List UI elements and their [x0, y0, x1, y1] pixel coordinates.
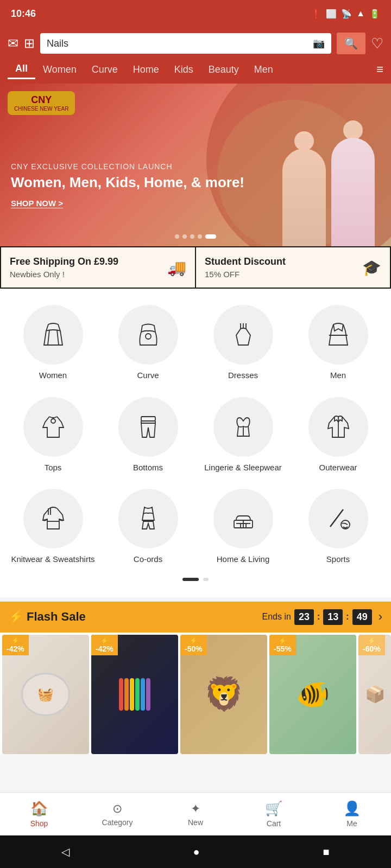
bottom-nav: 🏠 Shop ⊙ Category ✦ New 🛒 Cart 👤 Me: [0, 792, 391, 835]
timer-sep-2: :: [346, 612, 349, 622]
wishlist-icon[interactable]: ♡: [371, 35, 383, 52]
category-bottoms[interactable]: Bottoms: [100, 392, 195, 478]
cny-badge-sub: CHINESE NEW YEAR: [14, 106, 68, 112]
flash-sale-arrow[interactable]: ›: [379, 610, 382, 624]
timer-hours: 23: [294, 609, 314, 625]
nav-tab-men[interactable]: Men: [247, 61, 281, 79]
flash-item-5[interactable]: 📦 ⚡ -60%: [358, 635, 391, 754]
flash-item-1[interactable]: 🧺 ⚡ -42%: [2, 635, 89, 754]
search-button[interactable]: 🔍: [337, 33, 365, 54]
category-men[interactable]: Men: [291, 299, 386, 386]
category-dresses[interactable]: Dresses: [195, 299, 291, 386]
category-lingerie[interactable]: Lingerie & Sleepwear: [195, 392, 291, 478]
flash-discount-5: ⚡ -60%: [358, 635, 385, 655]
category-tops-label: Tops: [45, 462, 62, 473]
nav-tab-kids[interactable]: Kids: [167, 61, 201, 79]
flash-item-3[interactable]: 🦁 ⚡ -50%: [180, 635, 267, 754]
hero-dot-3: [190, 234, 194, 239]
category-women[interactable]: Women: [5, 299, 100, 386]
nav-tab-curve[interactable]: Curve: [84, 61, 125, 79]
category-home[interactable]: Home & Living: [195, 483, 291, 570]
status-time: 10:46: [11, 8, 36, 20]
promo-shipping-title: Free Shipping On £9.99: [10, 256, 118, 267]
category-curve-label: Curve: [137, 370, 159, 381]
search-input-text[interactable]: Nails: [47, 38, 308, 49]
flash-discount-3: ⚡ -50%: [180, 635, 207, 655]
nav-tab-home[interactable]: Home: [125, 61, 167, 79]
nav-shop[interactable]: 🏠 Shop: [0, 793, 78, 835]
flash-icon: ⚡: [9, 610, 23, 624]
flash-item-2[interactable]: ⚡ -42%: [91, 635, 178, 754]
cny-badge: CNY CHINESE NEW YEAR: [8, 91, 75, 115]
nav-tab-all[interactable]: All: [8, 60, 35, 79]
svg-point-0: [146, 334, 151, 339]
grid-icon[interactable]: ⊞: [24, 36, 35, 51]
timer-seconds: 49: [352, 609, 372, 625]
timer-sep-1: :: [317, 612, 320, 622]
cny-badge-text: CNY: [31, 94, 52, 106]
flash-discount-4: ⚡ -55%: [269, 635, 296, 655]
back-button[interactable]: ◁: [61, 845, 70, 858]
mail-icon[interactable]: ✉: [8, 36, 18, 51]
category-outerwear-label: Outerwear: [319, 462, 357, 473]
nav-new[interactable]: ✦ New: [156, 793, 235, 835]
hero-dots: [175, 234, 216, 239]
chat-icon: ⬜: [326, 9, 337, 19]
timer-minutes: 13: [323, 609, 343, 625]
nav-cart-label: Cart: [267, 819, 281, 828]
hero-dot-5: [205, 234, 216, 239]
category-coords-label: Co-ords: [134, 554, 162, 565]
search-bar: Nails 📷: [40, 33, 331, 54]
nav-me[interactable]: 👤 Me: [313, 793, 391, 835]
status-icons: ❗ ⬜ 📡 ▲ 🔋: [311, 9, 380, 19]
hero-banner: CNY CHINESE NEW YEAR CNY EXCLUSIVE COLLE…: [0, 84, 391, 246]
hero-dot-1: [175, 234, 179, 239]
flash-item-4[interactable]: 🐠 ⚡ -55%: [269, 635, 356, 754]
page-dot-2: [203, 578, 209, 581]
nav-tab-women[interactable]: Women: [35, 61, 84, 79]
nav-cart[interactable]: 🛒 Cart: [235, 793, 313, 835]
hero-subtitle: CNY EXCLUSIVE COLLECTION LAUNCH: [11, 162, 244, 171]
category-home-label: Home & Living: [217, 554, 270, 565]
nav-new-label: New: [188, 818, 203, 827]
nav-me-label: Me: [346, 819, 357, 828]
shipping-icon: 🚚: [167, 259, 186, 277]
category-knitwear[interactable]: Knitwear & Sweatshirts: [5, 483, 100, 570]
nav-shop-label: Shop: [30, 819, 48, 828]
home-button[interactable]: ●: [193, 846, 199, 858]
category-bottoms-label: Bottoms: [133, 462, 163, 473]
category-outerwear[interactable]: Outerwear: [291, 392, 386, 478]
promo-card-student[interactable]: Student Discount 15% OFF 🎓: [196, 247, 390, 288]
new-icon: ✦: [191, 802, 200, 816]
category-curve[interactable]: Curve: [100, 299, 195, 386]
category-sports-label: Sports: [326, 554, 350, 565]
hero-text: CNY EXCLUSIVE COLLECTION LAUNCH Women, M…: [11, 162, 244, 208]
promo-row: Free Shipping On £9.99 Newbies Only ! 🚚 …: [0, 246, 391, 289]
hero-dot-2: [182, 234, 187, 239]
category-women-label: Women: [39, 370, 67, 381]
flash-sale-title: Flash Sale: [27, 610, 86, 624]
recents-button[interactable]: ■: [323, 846, 329, 858]
promo-student-title: Student Discount: [205, 256, 286, 267]
flash-discount-2: ⚡ -42%: [91, 635, 118, 655]
category-men-label: Men: [330, 370, 346, 381]
hamburger-icon[interactable]: ≡: [376, 62, 383, 76]
category-sports[interactable]: Sports: [291, 483, 386, 570]
promo-card-shipping[interactable]: Free Shipping On £9.99 Newbies Only ! 🚚: [1, 247, 195, 288]
camera-icon[interactable]: 📷: [313, 37, 325, 49]
flash-sale: ⚡ Flash Sale Ends in 23 : 13 : 49 › 🧺: [0, 602, 391, 754]
category-dresses-label: Dresses: [228, 370, 258, 381]
page-dot-active: [182, 578, 199, 581]
category-coords[interactable]: Co-ords: [100, 483, 195, 570]
category-tops[interactable]: Tops: [5, 392, 100, 478]
battery-icon: 🔋: [369, 9, 380, 19]
flash-discount-1: ⚡ -42%: [2, 635, 29, 655]
nav-category[interactable]: ⊙ Category: [78, 793, 156, 835]
ends-in-label: Ends in: [262, 612, 291, 622]
category-grid: Women Curve: [5, 299, 386, 570]
hero-cta[interactable]: SHOP NOW >: [11, 199, 63, 208]
nav-tab-beauty[interactable]: Beauty: [201, 61, 247, 79]
nav-tabs: All Women Curve Home Kids Beauty Men ≡: [0, 60, 391, 84]
cart-icon: 🛒: [265, 800, 282, 817]
notification-icon: ❗: [311, 9, 321, 19]
